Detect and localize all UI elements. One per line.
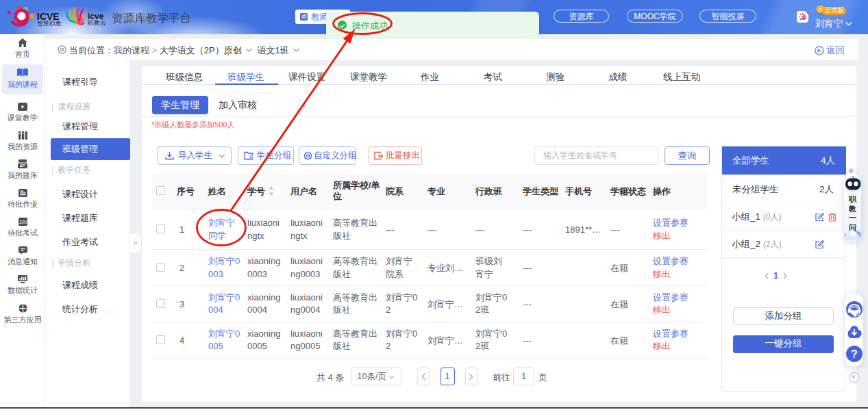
svg-text:?: ? <box>851 348 858 360</box>
svg-text:R: R <box>249 154 253 160</box>
svg-text:100: 100 <box>18 220 27 224</box>
